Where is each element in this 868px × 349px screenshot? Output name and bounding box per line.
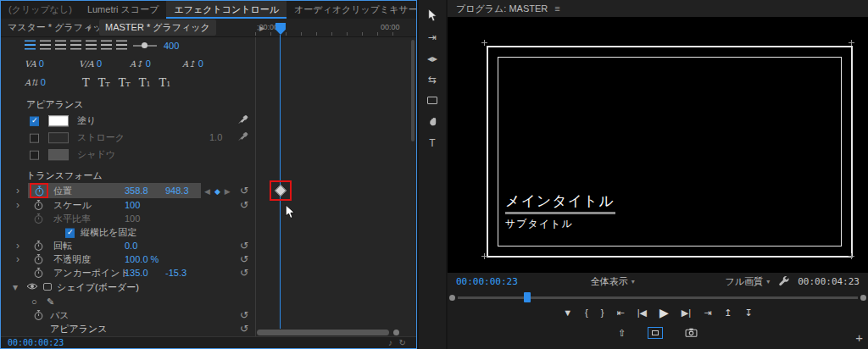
scrubber-right-handle[interactable] <box>860 295 866 301</box>
stroke-color-swatch[interactable] <box>48 132 69 143</box>
reset-parameter-icon[interactable]: ↺ <box>240 185 248 197</box>
clip-name-label[interactable]: MASTER * グラフィック <box>99 19 216 36</box>
position-x-value[interactable]: 358.8 <box>125 186 148 196</box>
reset-parameter-icon[interactable]: ↺ <box>240 267 248 279</box>
rectangle-tool[interactable] <box>422 90 442 111</box>
scale-width-value[interactable]: 100 <box>125 213 140 224</box>
mark-in-icon[interactable]: { <box>585 307 588 318</box>
timeline-horizontal-scrollbar[interactable] <box>257 330 389 335</box>
corner-handle[interactable] <box>849 253 854 259</box>
corner-handle[interactable] <box>849 40 854 46</box>
lift-icon[interactable]: ↥ <box>724 307 732 319</box>
program-timecode[interactable]: 00:00:00:23 <box>456 276 518 287</box>
position-stopwatch-icon[interactable] <box>34 186 45 197</box>
leading-value[interactable]: 0 <box>146 58 151 69</box>
go-to-in-icon[interactable]: ⇤ <box>616 307 624 319</box>
tab-audio-clip-mixer[interactable]: オーディオクリップミキサー : MASTER <box>287 1 416 19</box>
align-right-icon[interactable] <box>55 41 66 50</box>
stroke-width-value[interactable]: 1.0 <box>209 132 222 142</box>
reset-parameter-icon[interactable]: ↺ <box>240 323 248 335</box>
hand-tool[interactable] <box>422 111 442 132</box>
path-stopwatch-icon[interactable] <box>33 310 44 321</box>
shadow-checkbox[interactable] <box>30 150 39 159</box>
anchor-x-value[interactable]: 135.0 <box>125 268 148 278</box>
twirl-icon[interactable]: › <box>16 253 19 265</box>
twirl-icon[interactable]: › <box>16 240 19 252</box>
uniform-scale-checkbox[interactable] <box>65 228 75 237</box>
export-icon[interactable]: ⇧ <box>618 328 626 339</box>
scale-stopwatch-icon[interactable] <box>33 200 44 211</box>
ellipse-tool-icon[interactable]: ○ <box>31 296 37 307</box>
position-y-value[interactable]: 948.3 <box>165 186 189 196</box>
justify-last-left-icon[interactable] <box>70 41 81 50</box>
slip-tool[interactable]: ⇆ <box>422 69 442 90</box>
tab-effect-controls[interactable]: エフェクトコントロール <box>166 1 287 19</box>
justify-last-center-icon[interactable] <box>86 41 97 50</box>
scrubber-playhead[interactable] <box>524 292 531 302</box>
stroke-eyedropper-icon[interactable] <box>238 131 248 144</box>
current-timecode[interactable]: 00:00:00:23 <box>8 338 64 347</box>
track-select-tool[interactable]: ⇥ <box>422 26 442 47</box>
baseline-shift-value[interactable]: 0 <box>198 58 203 69</box>
anchor-y-value[interactable]: -15.3 <box>165 268 186 278</box>
go-to-out-icon[interactable]: ⇥ <box>704 307 711 319</box>
twirl-icon[interactable]: › <box>16 185 19 197</box>
rotation-value[interactable]: 0.0 <box>125 241 137 251</box>
corner-handle[interactable] <box>481 40 487 46</box>
step-back-icon[interactable]: |◀ <box>637 307 647 319</box>
small-caps-icon[interactable]: TT <box>119 76 131 89</box>
master-clip-label[interactable]: マスター * グラフィック <box>8 21 112 34</box>
tracking-value[interactable]: 0 <box>39 58 44 69</box>
justify-last-right-icon[interactable] <box>101 41 112 50</box>
type-tool[interactable]: T <box>422 132 442 153</box>
opacity-value[interactable]: 100.0 % <box>125 254 159 264</box>
all-caps-icon[interactable]: TT <box>98 76 110 89</box>
reset-parameter-icon[interactable]: ↺ <box>240 253 248 265</box>
fill-checkbox[interactable] <box>30 116 39 125</box>
add-keyframe-icon[interactable]: ◆ <box>214 187 220 196</box>
font-size-slider-knob[interactable] <box>142 42 147 48</box>
comparison-view-icon[interactable] <box>648 327 663 339</box>
align-center-icon[interactable] <box>40 41 51 50</box>
anchor-stopwatch-icon[interactable] <box>33 268 44 279</box>
reset-parameter-icon[interactable]: ↺ <box>240 309 248 321</box>
scrubber-track[interactable] <box>458 296 858 299</box>
settings-wrench-icon[interactable] <box>778 275 789 288</box>
playback-quality-dropdown[interactable]: フル画質 ▾ <box>726 275 771 288</box>
reset-parameter-icon[interactable]: ↺ <box>240 240 248 252</box>
shadow-color-swatch[interactable] <box>48 149 69 160</box>
next-keyframe-icon[interactable]: ▶ <box>225 187 231 196</box>
scale-value[interactable]: 100 <box>125 200 140 210</box>
subscript-icon[interactable]: T1 <box>159 76 170 89</box>
corner-handle[interactable] <box>481 253 487 259</box>
eye-icon[interactable] <box>26 282 38 292</box>
step-forward-icon[interactable]: ▶| <box>682 307 691 319</box>
font-size-value[interactable]: 400 <box>164 41 179 51</box>
rotation-stopwatch-icon[interactable] <box>33 241 44 252</box>
program-scrubber[interactable] <box>448 291 868 303</box>
ripple-edit-tool[interactable]: ◂▸ <box>422 47 442 69</box>
stroke-checkbox[interactable] <box>30 133 39 142</box>
audio-units-icon[interactable]: ♪ <box>388 338 392 347</box>
timeline-zoom-handle[interactable] <box>393 330 399 335</box>
button-editor-icon[interactable]: + <box>855 330 863 345</box>
twirl-icon[interactable]: › <box>16 199 19 211</box>
panel-vertical-scrollbar[interactable] <box>411 40 415 141</box>
superscript-icon[interactable]: T1 <box>139 76 151 89</box>
mark-out-icon[interactable]: } <box>601 307 604 318</box>
reset-parameter-icon[interactable]: ↺ <box>240 199 248 211</box>
tab-lumetri-scopes[interactable]: Lumetri スコープ <box>80 1 167 19</box>
export-frame-icon[interactable] <box>685 328 698 339</box>
fill-color-swatch[interactable] <box>48 115 69 126</box>
play-icon[interactable]: ▶ <box>659 306 669 319</box>
zoom-level-dropdown[interactable]: 全体表示 ▾ <box>591 275 635 288</box>
add-marker-icon[interactable]: ▼ <box>563 307 572 318</box>
justify-all-icon[interactable] <box>116 41 127 50</box>
selection-tool[interactable] <box>422 5 442 26</box>
extract-icon[interactable]: ↧ <box>745 307 753 319</box>
fill-eyedropper-icon[interactable] <box>238 114 248 127</box>
opacity-stopwatch-icon[interactable] <box>33 254 44 265</box>
faux-bold-icon[interactable]: T <box>82 76 90 89</box>
pen-tool-icon[interactable]: ✎ <box>47 296 54 307</box>
loop-icon[interactable]: ↻ <box>399 338 406 347</box>
